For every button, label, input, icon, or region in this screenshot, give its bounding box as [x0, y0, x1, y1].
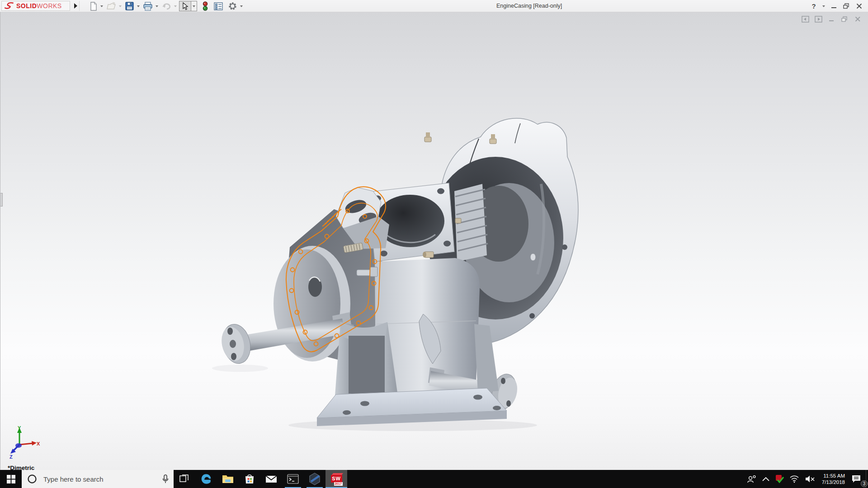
gear-icon: [228, 1, 237, 11]
wifi-icon: [789, 475, 799, 483]
bolt-icon: [425, 132, 431, 142]
microphone-icon[interactable]: [162, 474, 169, 484]
microsoft-store-button[interactable]: [239, 470, 260, 488]
titlebar: SOLIDWORKS: [0, 0, 868, 12]
solidworks-logo-text: SOLIDWORKS: [16, 2, 62, 9]
windows-logo-icon: [7, 475, 15, 483]
bolt-icon: [423, 252, 434, 258]
x-axis-label: X: [37, 441, 40, 446]
volume-muted-icon: [805, 475, 816, 483]
select-dropdown-caret[interactable]: [191, 1, 197, 11]
close-icon: [856, 3, 862, 9]
rebuild-button[interactable]: [202, 1, 209, 12]
edge-button[interactable]: [195, 470, 217, 488]
search-input[interactable]: [42, 475, 162, 483]
file-explorer-button[interactable]: [217, 470, 239, 488]
z-axis-label: Z: [9, 454, 13, 459]
quick-access-toolbar: [89, 0, 245, 12]
action-center-button[interactable]: 3: [849, 470, 866, 488]
solidworks-2017-button[interactable]: SW 2017: [326, 470, 347, 488]
sw-year: 2017: [334, 482, 343, 486]
options-dropdown-caret[interactable]: [240, 5, 243, 7]
save-dropdown-caret[interactable]: [137, 5, 140, 7]
open-folder-icon-disabled: [106, 2, 116, 11]
hexagon-app-icon: [309, 473, 321, 485]
new-document-icon: [90, 2, 98, 11]
edge-icon: [200, 473, 212, 485]
solidworks-2017-icon: SW 2017: [330, 473, 343, 485]
help-dropdown-caret[interactable]: [821, 1, 826, 12]
engine-casing-model[interactable]: [0, 12, 868, 470]
clock[interactable]: 11:55 AM 7/13/2018: [818, 473, 849, 485]
wifi-button[interactable]: [787, 470, 802, 488]
sw-letters: SW: [331, 475, 342, 483]
y-axis-label: Y: [18, 426, 21, 431]
options-button[interactable]: [227, 1, 238, 12]
bolt-icon: [455, 218, 461, 223]
hexagon-app-button[interactable]: [304, 470, 326, 488]
undo-icon-disabled: [161, 2, 171, 10]
people-icon: [747, 474, 757, 483]
menu-flyout-button[interactable]: [72, 1, 80, 11]
task-view-button[interactable]: [174, 470, 195, 488]
volume-button[interactable]: [802, 470, 818, 488]
tray-time: 11:55 AM: [823, 473, 845, 479]
list-properties-icon: [214, 2, 223, 10]
print-icon: [143, 2, 153, 11]
task-view-icon: [179, 474, 189, 484]
close-button[interactable]: [854, 1, 864, 12]
windows-taskbar: SW 2017: [0, 470, 868, 488]
undo-dropdown-caret[interactable]: [174, 5, 177, 7]
rebuild-traffic-light-icon: [203, 1, 208, 11]
action-center-icon: [851, 474, 861, 483]
command-prompt-icon: [287, 474, 299, 484]
select-tool-button-active[interactable]: [179, 1, 191, 11]
taskbar-search[interactable]: [22, 470, 174, 488]
solidworks-logo: SOLIDWORKS: [1, 1, 70, 11]
restore-icon: [843, 3, 849, 9]
cortana-circle-icon: [27, 474, 37, 484]
solidworks-3s-icon: [5, 2, 15, 10]
help-button[interactable]: ?: [808, 1, 819, 12]
graphics-area[interactable]: Y X Z *Dimetric: [0, 12, 868, 470]
notification-badge: 3: [861, 480, 868, 487]
minimize-button[interactable]: [828, 1, 839, 12]
hidden-icons-button[interactable]: [760, 470, 772, 488]
document-title: EngineCasing [Read-only]: [496, 3, 562, 9]
new-dropdown-caret[interactable]: [100, 5, 103, 7]
save-floppy-icon: [125, 1, 134, 11]
solidworks-tray-button[interactable]: [772, 470, 787, 488]
open-button[interactable]: [105, 1, 117, 12]
system-tray: 11:55 AM 7/13/2018 3: [744, 470, 868, 488]
print-dropdown-caret[interactable]: [156, 5, 158, 7]
print-button[interactable]: [142, 1, 154, 12]
task-pane-button[interactable]: [213, 1, 224, 12]
restore-button[interactable]: [841, 1, 852, 12]
mail-icon: [265, 474, 277, 484]
help-label: ?: [811, 2, 816, 10]
solidworks-tray-icon: [775, 474, 784, 483]
open-dropdown-caret[interactable]: [119, 5, 122, 7]
microsoft-store-icon: [244, 474, 255, 484]
flyout-arrow-icon: [74, 3, 77, 9]
file-explorer-icon: [222, 474, 234, 484]
tray-date: 7/13/2018: [822, 479, 845, 485]
new-document-button[interactable]: [89, 1, 99, 12]
reference-triad: Y X Z: [7, 426, 40, 459]
start-button[interactable]: [0, 470, 22, 488]
undo-button[interactable]: [160, 1, 172, 12]
people-button[interactable]: [744, 470, 760, 488]
select-cursor-icon: [182, 2, 189, 10]
mail-button[interactable]: [260, 470, 282, 488]
chevron-up-icon: [762, 477, 769, 481]
x-axis-arrow: [32, 441, 37, 446]
minimize-icon: [831, 3, 837, 9]
command-prompt-button[interactable]: [282, 470, 304, 488]
save-button[interactable]: [124, 1, 135, 12]
